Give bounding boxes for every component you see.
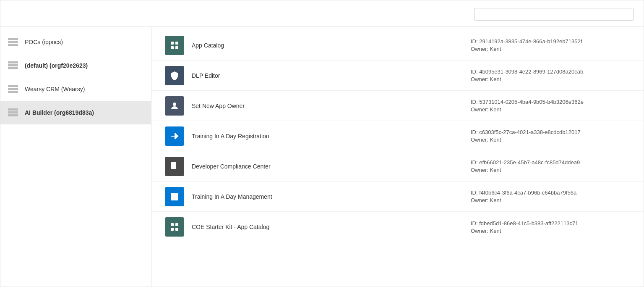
sidebar-item-label: (default) (orgf20e2623) <box>25 62 88 69</box>
app-id: ID: fdbed5d1-86e8-41c5-b383-aff222113c71 <box>471 220 630 226</box>
app-id: ID: 4b095e31-3098-4e22-8969-127d08a20cab <box>471 68 630 75</box>
app-owner: Owner: Kent <box>471 228 630 234</box>
app-row[interactable]: COE Starter Kit - App Catalog ID: fdbed5… <box>151 212 644 242</box>
app-row[interactable]: Training In A Day Registration ID: c6303… <box>151 121 644 151</box>
app-owner: Owner: Kent <box>471 197 630 203</box>
layers-icon <box>7 36 19 48</box>
app-id: ID: f4f0b6c4-3f6a-4ca7-b96b-c64bba79f56a <box>471 190 630 196</box>
svg-rect-14 <box>171 223 174 226</box>
svg-rect-0 <box>171 42 174 45</box>
app-name: DLP Editor <box>192 72 471 79</box>
app-name: Training In A Day Management <box>192 193 471 200</box>
app-row[interactable]: Set New App Owner ID: 53731014-0205-4ba4… <box>151 91 644 121</box>
sidebar-item-default[interactable]: (default) (orgf20e2623) <box>0 54 151 77</box>
app-name: COE Starter Kit - App Catalog <box>192 224 471 230</box>
sidebar-item-label: AI Builder (org6819d83a) <box>25 109 94 116</box>
app-id: ID: efb66021-235e-45b7-a48c-fc85d74ddea9 <box>471 159 630 166</box>
app-meta: ID: 4b095e31-3098-4e22-8969-127d08a20cab… <box>471 68 630 82</box>
apps-list: App Catalog ID: 2914192a-3835-474e-866a-… <box>151 27 644 287</box>
app-owner: Owner: Kent <box>471 137 630 143</box>
svg-rect-15 <box>175 223 178 226</box>
app-row[interactable]: DLP Editor ID: 4b095e31-3098-4e22-8969-1… <box>151 61 644 91</box>
app-icon <box>165 66 184 85</box>
svg-rect-10 <box>171 193 178 200</box>
layers-icon <box>7 107 19 118</box>
app-icon <box>165 36 184 55</box>
page-container: POCs (ippocs) (default) (orgf20e2623) We… <box>0 0 644 287</box>
search-input[interactable] <box>479 11 626 18</box>
svg-rect-2 <box>171 46 174 49</box>
app-row[interactable]: Developer Compliance Center ID: efb66021… <box>151 151 644 182</box>
app-name: App Catalog <box>192 42 471 49</box>
app-icon <box>165 126 184 146</box>
app-name: Set New App Owner <box>192 103 471 109</box>
header <box>0 0 644 27</box>
svg-point-4 <box>173 103 176 106</box>
app-icon <box>165 157 184 176</box>
svg-rect-1 <box>175 42 178 45</box>
svg-rect-16 <box>171 228 174 231</box>
app-owner: Owner: Kent <box>471 46 630 52</box>
app-row[interactable]: Training In A Day Management ID: f4f0b6c… <box>151 182 644 212</box>
app-name: Developer Compliance Center <box>192 163 471 170</box>
sidebar-item-aibuilder[interactable]: AI Builder (org6819d83a) <box>0 101 151 124</box>
svg-rect-17 <box>175 228 178 231</box>
app-owner: Owner: Kent <box>471 76 630 82</box>
app-icon <box>165 96 184 116</box>
layers-icon <box>7 83 19 95</box>
app-meta: ID: fdbed5d1-86e8-41c5-b383-aff222113c71… <box>471 220 630 234</box>
app-meta: ID: c6303f5c-27ca-4021-a338-e8cdcdb12017… <box>471 129 630 143</box>
svg-rect-3 <box>175 46 178 49</box>
sidebar-item-label: Wearsy CRM (Wearsy) <box>25 86 85 92</box>
app-id: ID: 2914192a-3835-474e-866a-b192eb71352f <box>471 38 630 45</box>
app-owner: Owner: Kent <box>471 167 630 173</box>
app-meta: ID: f4f0b6c4-3f6a-4ca7-b96b-c64bba79f56a… <box>471 190 630 203</box>
app-icon <box>165 217 184 237</box>
sidebar-item-label: POCs (ippocs) <box>25 39 63 45</box>
app-meta: ID: efb66021-235e-45b7-a48c-fc85d74ddea9… <box>471 159 630 173</box>
sidebar-item-wearsy[interactable]: Wearsy CRM (Wearsy) <box>0 77 151 101</box>
app-id: ID: c6303f5c-27ca-4021-a338-e8cdcdb12017 <box>471 129 630 135</box>
search-container <box>474 8 634 21</box>
app-meta: ID: 2914192a-3835-474e-866a-b192eb71352f… <box>471 38 630 52</box>
layers-icon <box>7 60 19 71</box>
app-owner: Owner: Kent <box>471 106 630 113</box>
app-name: Training In A Day Registration <box>192 133 471 140</box>
app-meta: ID: 53731014-0205-4ba4-9b05-b4b3206e362e… <box>471 99 630 113</box>
app-row[interactable]: App Catalog ID: 2914192a-3835-474e-866a-… <box>151 30 644 61</box>
app-icon <box>165 187 184 206</box>
sidebar: POCs (ippocs) (default) (orgf20e2623) We… <box>0 27 151 287</box>
app-id: ID: 53731014-0205-4ba4-9b05-b4b3206e362e <box>471 99 630 105</box>
sidebar-item-pocs[interactable]: POCs (ippocs) <box>0 30 151 54</box>
svg-rect-6 <box>171 162 176 169</box>
main-content: POCs (ippocs) (default) (orgf20e2623) We… <box>0 27 644 287</box>
